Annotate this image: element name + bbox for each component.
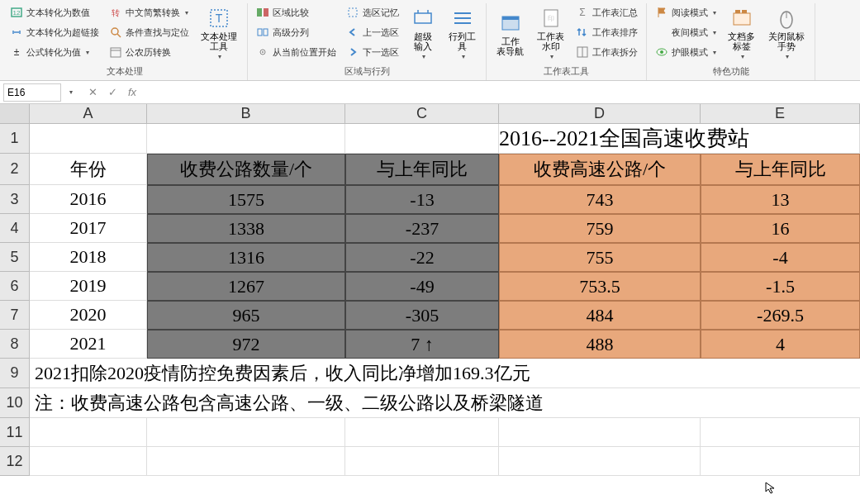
next-select-button[interactable]: 下一选区 [343,43,402,61]
cell-E8[interactable]: 4 [701,330,860,359]
row-header-8[interactable]: 8 [0,330,30,359]
cell-A9[interactable]: 2021扣除2020疫情防控免费因素后，收入同比净增加169.3亿元 [30,359,860,388]
cell-D4[interactable]: 759 [499,214,701,243]
text-tools-button[interactable]: T 文本处理 工具 ▾ [196,3,242,64]
row-tools-button[interactable]: 行列工 具 ▾ [444,3,481,64]
from-position-button[interactable]: 从当前位置开始 [253,43,340,61]
cell-E5[interactable]: -4 [701,243,860,272]
cell-E3[interactable]: 13 [701,185,860,214]
cell-E4[interactable]: 16 [701,214,860,243]
cell-C4[interactable]: -237 [345,214,499,243]
cell-A5[interactable]: 2018 [30,243,147,272]
sheet-sort-button[interactable]: 工作表排序 [573,23,641,41]
cell-D3[interactable]: 743 [499,185,701,214]
cell-D6[interactable]: 753.5 [499,272,701,301]
cell-A7[interactable]: 2020 [30,301,147,330]
advanced-split-button[interactable]: 高级分列 [253,23,340,41]
row-header-3[interactable]: 3 [0,185,30,214]
sheet-nav-button[interactable]: 工作 表导航 [492,3,529,64]
row-header-7[interactable]: 7 [0,301,30,330]
cell-A12[interactable] [30,447,147,476]
col-header-E[interactable]: E [701,104,860,124]
cell-A1[interactable] [30,124,147,154]
cell-C11[interactable] [345,418,499,447]
row-header-10[interactable]: 10 [0,388,30,418]
cell-D2[interactable]: 收费高速公路/个 [499,154,701,185]
text-to-link-button[interactable]: 文本转化为超链接 [7,23,102,41]
row-header-6[interactable]: 6 [0,272,30,301]
cell-reference-input[interactable] [3,83,61,102]
select-memory-button[interactable]: 选区记忆 [343,3,402,21]
cell-A10[interactable]: 注：收费高速公路包含高速公路、一级、二级公路以及桥梁隧道 [30,388,860,418]
col-header-B[interactable]: B [147,104,345,124]
cell-D11[interactable] [499,418,701,447]
formula-input[interactable] [142,83,857,102]
cell-B5[interactable]: 1316 [147,243,345,272]
row-header-11[interactable]: 11 [0,418,30,447]
read-mode-button[interactable]: 阅读模式 ▾ [652,3,720,21]
row-header-9[interactable]: 9 [0,359,30,388]
cancel-formula-button[interactable]: ✕ [83,83,102,102]
cell-A3[interactable]: 2016 [30,185,147,214]
cell-E2[interactable]: 与上年同比 [701,154,860,185]
cell-C6[interactable]: -49 [345,272,499,301]
region-compare-button[interactable]: 区域比较 [253,3,340,21]
cell-E11[interactable] [701,418,860,447]
condition-find-button[interactable]: 条件查找与定位 [106,23,192,41]
cell-E7[interactable]: -269.5 [701,301,860,330]
row-header-4[interactable]: 4 [0,214,30,243]
cell-B2[interactable]: 收费公路数量/个 [147,154,345,185]
cell-D12[interactable] [499,447,701,476]
row-header-12[interactable]: 12 [0,447,30,476]
text-to-value-button[interactable]: 12 文本转化为数值 [7,3,102,21]
cell-C7[interactable]: -305 [345,301,499,330]
super-input-button[interactable]: 超级 输入 ▾ [406,3,440,64]
cell-C12[interactable] [345,447,499,476]
cell-C5[interactable]: -22 [345,243,499,272]
traditional-simplified-button[interactable]: 转 中文简繁转换 ▾ [106,3,192,21]
chevron-down-icon[interactable]: ▾ [69,88,73,96]
cell-B1[interactable] [147,124,345,154]
cell-B8[interactable]: 972 [147,330,345,359]
cell-C2[interactable]: 与上年同比 [345,154,499,185]
col-header-A[interactable]: A [30,104,147,124]
cell-C8[interactable]: 7 ↑ [345,330,499,359]
cell-A8[interactable]: 2021 [30,330,147,359]
cell-C3[interactable]: -13 [345,185,499,214]
sheet-summary-button[interactable]: Σ 工作表汇总 [573,3,641,21]
prev-select-button[interactable]: 上一选区 [343,23,402,41]
cell-A2[interactable]: 年份 [30,154,147,185]
cell-B6[interactable]: 1267 [147,272,345,301]
night-mode-button[interactable]: 夜间模式 ▾ [652,23,720,41]
cell-B11[interactable] [147,418,345,447]
cell-B12[interactable] [147,447,345,476]
row-header-5[interactable]: 5 [0,243,30,272]
cell-D1[interactable]: 2016--2021全国高速收费站 [499,124,860,154]
cell-E6[interactable]: -1.5 [701,272,860,301]
cell-E12[interactable] [701,447,860,476]
close-mouse-button[interactable]: 关闭鼠标 手势 ▾ [763,3,810,64]
cell-B4[interactable]: 1338 [147,214,345,243]
cell-A4[interactable]: 2017 [30,214,147,243]
confirm-formula-button[interactable]: ✓ [102,83,122,102]
doc-tabs-button[interactable]: 文档多 标签 ▾ [723,3,760,64]
cell-A11[interactable] [30,418,147,447]
col-header-D[interactable]: D [499,104,701,124]
select-all-corner[interactable] [0,104,30,124]
cell-B7[interactable]: 965 [147,301,345,330]
col-header-C[interactable]: C [345,104,499,124]
cell-D5[interactable]: 755 [499,243,701,272]
fx-button[interactable]: fx [122,83,142,102]
cell-D7[interactable]: 484 [499,301,701,330]
row-header-2[interactable]: 2 [0,154,30,185]
calendar-convert-button[interactable]: 公农历转换 [106,43,192,61]
sheet-watermark-button[interactable]: 印 工作表 水印 ▾ [532,3,569,64]
formula-to-value-button[interactable]: ± 公式转化为值 ▾ [7,43,102,61]
cell-D8[interactable]: 488 [499,330,701,359]
row-header-1[interactable]: 1 [0,124,30,154]
sheet-split-button[interactable]: 工作表拆分 [573,43,641,61]
eye-protect-button[interactable]: 护眼模式 ▾ [652,43,720,61]
cell-A6[interactable]: 2019 [30,272,147,301]
cell-C1[interactable] [345,124,499,154]
cell-B3[interactable]: 1575 [147,185,345,214]
